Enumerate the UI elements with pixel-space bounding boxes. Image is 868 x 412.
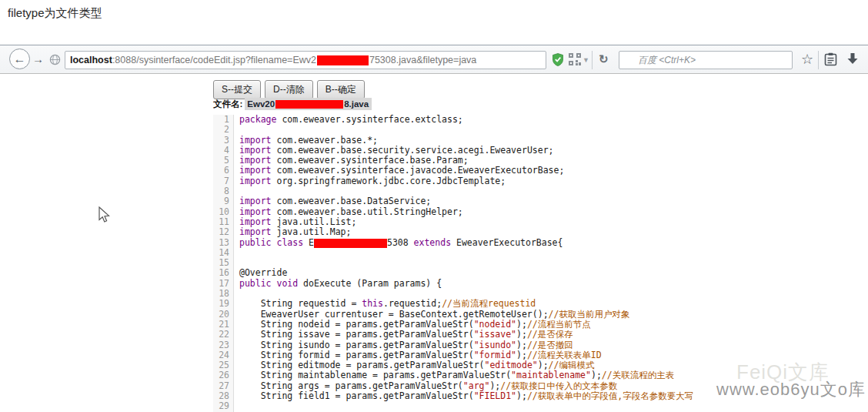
form-button[interactable]: D--清除	[265, 80, 313, 99]
code-line: 14	[213, 248, 868, 258]
code-segment: //获取表单中的字段值,字段名参数要大写	[527, 390, 693, 401]
code-segment: java.util.Map;	[272, 226, 352, 237]
line-number: 24	[213, 350, 234, 360]
line-number: 15	[213, 258, 234, 268]
code-segment: );	[538, 360, 549, 370]
code-segment: "FIELD1"	[474, 390, 516, 401]
code-content: import java.util.Map;	[234, 227, 351, 237]
download-icon[interactable]	[846, 52, 859, 69]
code-segment: public	[239, 237, 272, 248]
code-line: 21 String nodeid = params.getParamValueS…	[213, 320, 868, 330]
code-segment: com.eweaver.sysinterface.javacode.Eweave…	[272, 165, 565, 176]
code-content: String nodeid = params.getParamValueStr(…	[234, 320, 591, 330]
code-content: import com.eweaver.sysinterface.javacode…	[234, 166, 564, 176]
line-number: 8	[213, 186, 234, 196]
code-line: 4import com.eweaver.base.security.servic…	[213, 146, 868, 156]
search-input[interactable]: 百度 <Ctrl+K>	[619, 51, 793, 69]
code-segment: "editmode"	[485, 360, 538, 370]
form-button[interactable]: S--提交	[213, 80, 261, 99]
code-line: 12import java.util.Map;	[213, 227, 868, 237]
code-segment: @Override	[239, 267, 287, 278]
code-segment: .requestid;	[383, 298, 442, 309]
code-content	[234, 258, 239, 268]
line-number: 25	[213, 360, 234, 370]
code-segment: EweaverUser currentuser = BaseContext.ge…	[239, 309, 549, 320]
forward-button[interactable]: →	[32, 52, 44, 65]
line-number: 6	[213, 166, 234, 176]
code-line: 6import com.eweaver.sysinterface.javacod…	[213, 166, 868, 176]
line-number: 5	[213, 156, 234, 166]
code-segment: import	[239, 165, 272, 176]
code-line: 19 String requestid = this.requestid;//当…	[213, 299, 868, 309]
code-line: 3import com.eweaver.base.*;	[213, 136, 868, 146]
file-name-label: 文件名:	[213, 99, 242, 109]
watermark-url: www.eob6yu文o库	[716, 378, 866, 401]
code-content: import java.util.List;	[234, 217, 356, 227]
qr-grid-icon[interactable]	[569, 53, 581, 69]
code-segment: java.util.List;	[272, 216, 357, 227]
code-content: EweaverUser currentuser = BaseContext.ge…	[234, 310, 629, 320]
code-line: 9import com.eweaver.base.DataService;	[213, 196, 868, 206]
toolbar-divider	[818, 51, 819, 69]
code-line: 20 EweaverUser currentuser = BaseContext…	[213, 310, 868, 320]
code-line: 18	[213, 289, 868, 299]
code-line: 13public class E5308 extends EweaverExec…	[213, 238, 868, 248]
code-segment: );	[591, 370, 602, 380]
code-content: import com.eweaver.sysinterface.base.Par…	[234, 156, 469, 166]
code-line: 2	[213, 125, 868, 135]
code-segment: );	[516, 319, 527, 330]
code-content: String args = params.getParamValueStr("a…	[234, 381, 617, 391]
line-number: 3	[213, 136, 234, 146]
line-number: 2	[213, 125, 234, 135]
file-name-value: Ewv208.java	[245, 98, 372, 110]
code-segment: );	[489, 380, 500, 391]
code-segment: String editmode = params.getParamValueSt…	[239, 360, 485, 370]
code-content: String issave = params.getParamValueStr(…	[234, 330, 573, 340]
line-number: 20	[213, 310, 234, 320]
redaction-box	[275, 100, 343, 109]
code-segment: import	[239, 206, 272, 217]
back-button[interactable]: ←	[9, 49, 30, 69]
chevron-down-icon[interactable]: ▼	[583, 56, 589, 64]
reload-button[interactable]: ↻	[599, 52, 609, 66]
redaction-box	[314, 239, 387, 248]
bookmarks-panel-icon[interactable]	[824, 52, 837, 69]
code-segment: //当前流程requestid	[442, 298, 536, 309]
code-content: public class E5308 extends EweaverExecut…	[234, 238, 563, 248]
code-segment: String issave = params.getParamValueStr(	[239, 329, 474, 340]
code-segment: void	[276, 278, 298, 289]
line-number: 12	[213, 227, 234, 237]
form-button[interactable]: B--确定	[317, 80, 365, 99]
line-number: 4	[213, 146, 234, 156]
code-content: import com.eweaver.base.util.StringHelpe…	[234, 207, 463, 217]
security-shield-icon[interactable]	[552, 53, 564, 69]
bookmark-star-icon[interactable]: ☆	[801, 51, 813, 68]
url-bar[interactable]: localhost:8088/sysinterface/codeEdit.jsp…	[65, 51, 546, 69]
code-content: String isundo = params.getParamValueStr(…	[234, 340, 573, 350]
code-content	[234, 186, 239, 196]
code-content	[234, 125, 239, 135]
code-segment: //是否撤回	[527, 340, 573, 350]
code-line: 7import org.springframework.jdbc.core.Jd…	[213, 176, 868, 186]
code-segment: String nodeid = params.getParamValueStr(	[239, 319, 474, 330]
form-button-row: S--提交D--清除B--确定	[213, 80, 365, 99]
file-name-after: 8.java	[344, 99, 369, 109]
code-content: String field1 = params.getParamValueStr(…	[234, 391, 693, 401]
code-segment: com.eweaver.base.DataService;	[272, 196, 432, 206]
code-segment: org.springframework.jdbc.core.JdbcTempla…	[272, 176, 506, 186]
code-segment: String maintablename = params.getParamVa…	[239, 370, 511, 380]
code-segment: //编辑模式	[549, 360, 595, 370]
code-content: import com.eweaver.base.security.service…	[234, 146, 554, 156]
code-segment: //关联流程的主表	[602, 370, 674, 380]
code-segment: //是否保存	[527, 329, 573, 340]
line-number: 13	[213, 238, 234, 248]
code-segment: doExecute (Param params) {	[298, 278, 442, 289]
code-content	[234, 401, 239, 411]
code-line: 17public void doExecute (Param params) {	[213, 279, 868, 289]
code-content: @Override	[234, 268, 287, 278]
code-line: 10import com.eweaver.base.util.StringHel…	[213, 207, 868, 217]
toolbar-divider	[592, 51, 593, 69]
code-segment: );	[516, 390, 527, 401]
code-segment: String args = params.getParamValueStr(	[239, 380, 463, 391]
code-segment: this	[362, 298, 383, 309]
